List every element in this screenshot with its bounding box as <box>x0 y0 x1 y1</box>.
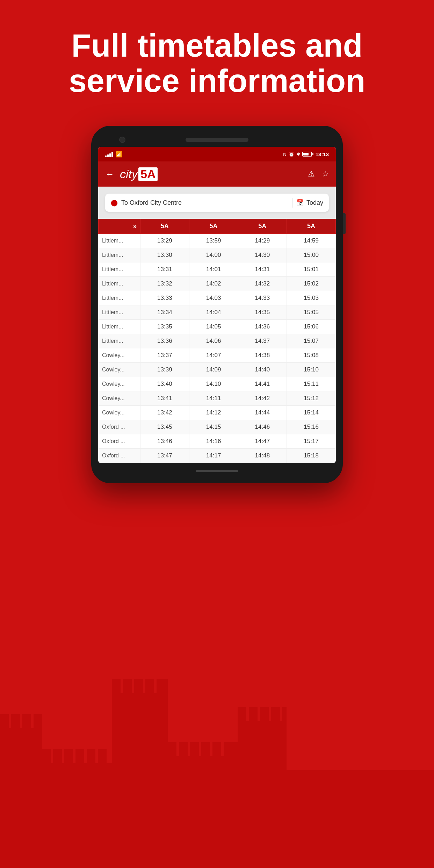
nfc-icon: N <box>283 152 286 157</box>
time-cell: 13:31 <box>140 262 189 277</box>
time-cell: 14:03 <box>189 291 238 305</box>
time-cell: 14:42 <box>238 391 287 406</box>
signal-bar-4 <box>111 152 113 157</box>
page-heading: Full timetables and service information <box>0 28 434 99</box>
svg-rect-9 <box>75 749 84 767</box>
time-cell: 14:46 <box>238 420 287 434</box>
table-row: Cowley...13:3714:0714:3815:08 <box>99 348 336 363</box>
app-header: ← city5A ⚠ ☆ <box>98 161 336 187</box>
svg-rect-28 <box>260 707 269 725</box>
svg-rect-31 <box>287 770 434 868</box>
time-cell: 13:41 <box>140 391 189 406</box>
svg-rect-15 <box>134 679 143 697</box>
destination-icon: ⬤ <box>111 199 118 207</box>
time-cell: 15:02 <box>287 277 336 291</box>
time-cell: 13:42 <box>140 406 189 420</box>
time-cell: 14:07 <box>189 348 238 363</box>
svg-rect-12 <box>112 693 168 868</box>
alert-icon[interactable]: ⚠ <box>308 169 315 179</box>
stop-name-cell: Cowley... <box>99 406 140 420</box>
svg-rect-16 <box>145 679 154 697</box>
time-cell: 14:09 <box>189 363 238 377</box>
col-1-header: 5A <box>140 219 189 234</box>
svg-rect-23 <box>212 742 221 760</box>
svg-rect-25 <box>238 721 287 868</box>
time-cell: 15:17 <box>287 434 336 449</box>
wifi-icon: 📶 <box>116 151 123 158</box>
time-cell: 14:40 <box>238 363 287 377</box>
table-row: Oxford ...13:4614:1614:4715:17 <box>99 434 336 449</box>
time-cell: 13:35 <box>140 320 189 334</box>
svg-rect-13 <box>112 679 121 697</box>
time-cell: 14:17 <box>189 449 238 463</box>
route-prefix: city <box>120 167 138 181</box>
svg-rect-2 <box>11 714 20 732</box>
stop-name-cell: Littlem... <box>99 291 140 305</box>
time-cell: 15:05 <box>287 305 336 320</box>
time-cell: 14:10 <box>189 377 238 391</box>
stop-name-cell: Littlem... <box>99 248 140 262</box>
svg-rect-20 <box>179 742 188 760</box>
time-cell: 14:06 <box>189 334 238 348</box>
stop-name-cell: Littlem... <box>99 277 140 291</box>
time-cell: 15:07 <box>287 334 336 348</box>
time-cell: 15:08 <box>287 348 336 363</box>
time-cell: 13:40 <box>140 377 189 391</box>
phone-bottom-bar <box>98 466 336 476</box>
time-cell: 15:12 <box>287 391 336 406</box>
time-cell: 14:47 <box>238 434 287 449</box>
stop-name-cell: Littlem... <box>99 320 140 334</box>
table-row: Littlem...13:2913:5914:2914:59 <box>99 234 336 248</box>
time-cell: 13:39 <box>140 363 189 377</box>
time-cell: 14:41 <box>238 377 287 391</box>
col-stop-header: » <box>99 219 140 234</box>
time-cell: 14:32 <box>238 277 287 291</box>
table-row: Littlem...13:3014:0014:3015:00 <box>99 248 336 262</box>
time-cell: 14:16 <box>189 434 238 449</box>
svg-rect-29 <box>271 707 280 725</box>
battery-fill <box>303 153 309 155</box>
time-cell: 13:46 <box>140 434 189 449</box>
filter-date: 📅 Today <box>296 199 323 207</box>
status-left: 📶 <box>105 151 123 158</box>
svg-rect-11 <box>98 749 107 767</box>
phone-top-bar <box>98 133 336 147</box>
stop-name-cell: Littlem... <box>99 262 140 277</box>
table-row: Littlem...13:3214:0214:3215:02 <box>99 277 336 291</box>
stop-name-cell: Cowley... <box>99 363 140 377</box>
svg-rect-3 <box>22 714 31 732</box>
stop-name-cell: Cowley... <box>99 391 140 406</box>
date-text: Today <box>306 199 323 207</box>
svg-rect-26 <box>238 707 246 725</box>
svg-rect-18 <box>168 756 238 868</box>
favorite-icon[interactable]: ☆ <box>322 169 329 179</box>
time-cell: 14:33 <box>238 291 287 305</box>
svg-rect-0 <box>0 728 42 868</box>
time-cell: 14:59 <box>287 234 336 248</box>
table-row: Cowley...13:3914:0914:4015:10 <box>99 363 336 377</box>
time-cell: 14:00 <box>189 248 238 262</box>
back-button[interactable]: ← <box>105 169 114 180</box>
svg-rect-4 <box>34 714 42 732</box>
time-cell: 13:29 <box>140 234 189 248</box>
time-cell: 14:29 <box>238 234 287 248</box>
phone-mockup: 📶 N ⏰ ✱ 13:13 ← <box>91 126 343 483</box>
svg-rect-6 <box>42 749 51 767</box>
stop-name-cell: Littlem... <box>99 334 140 348</box>
svg-rect-14 <box>123 679 132 697</box>
table-row: Cowley...13:4114:1114:4215:12 <box>99 391 336 406</box>
time-cell: 15:06 <box>287 320 336 334</box>
stop-name-cell: Oxford ... <box>99 434 140 449</box>
status-bar: 📶 N ⏰ ✱ 13:13 <box>98 147 336 161</box>
time-cell: 15:10 <box>287 363 336 377</box>
stop-name-cell: Cowley... <box>99 377 140 391</box>
status-time: 13:13 <box>316 151 329 157</box>
col-2-header: 5A <box>189 219 238 234</box>
phone-frame: 📶 N ⏰ ✱ 13:13 ← <box>91 126 343 483</box>
svg-rect-22 <box>201 742 210 760</box>
svg-rect-19 <box>168 742 176 760</box>
filter-bar[interactable]: ⬤ To Oxford City Centre 📅 Today <box>105 194 329 212</box>
svg-rect-10 <box>87 749 95 767</box>
svg-rect-7 <box>53 749 62 767</box>
table-row: Littlem...13:3614:0614:3715:07 <box>99 334 336 348</box>
